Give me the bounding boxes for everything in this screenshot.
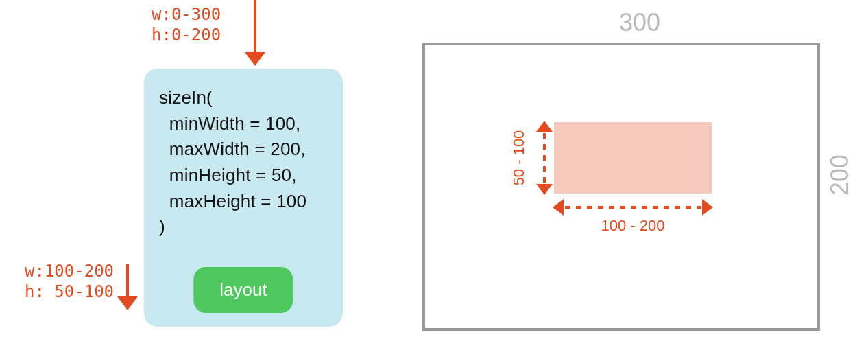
result-rect	[554, 122, 712, 194]
width-range-arrow-icon	[554, 202, 712, 213]
arrow-down-out-icon	[117, 264, 138, 313]
height-range-arrow-icon	[539, 122, 550, 194]
right-diagram: 300 200 50 - 100 100 - 200	[422, 8, 857, 342]
available-width-label: 300	[422, 8, 857, 37]
width-range-label: 100 - 200	[554, 217, 712, 235]
sizein-code-block: sizeIn( minWidth = 100, maxWidth = 200, …	[144, 69, 343, 327]
outgoing-constraints-label: w:100-200 h: 50-100	[25, 261, 114, 302]
arrow-down-in-icon	[245, 0, 265, 69]
code-text: sizeIn( minWidth = 100, maxWidth = 200, …	[159, 85, 328, 240]
left-diagram: w:0-300 h:0-200 sizeIn( minWidth = 100, …	[25, 0, 354, 361]
layout-button: layout	[193, 267, 293, 313]
available-height-label: 200	[823, 8, 857, 342]
height-range-label: 50 - 100	[509, 122, 529, 194]
available-space-box: 50 - 100 100 - 200	[422, 43, 820, 331]
incoming-constraints-label: w:0-300 h:0-200	[152, 4, 221, 45]
